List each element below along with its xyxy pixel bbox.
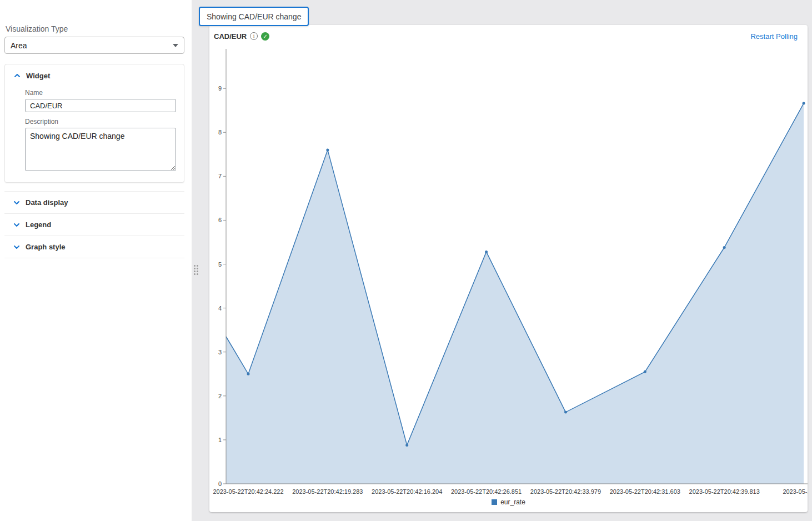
- svg-text:8: 8: [218, 129, 222, 136]
- panel-resize-handle[interactable]: [194, 265, 198, 275]
- svg-text:5: 5: [218, 261, 222, 268]
- svg-text:4: 4: [218, 305, 222, 312]
- section-label: Graph style: [26, 243, 66, 251]
- widget-description-textarea[interactable]: Showing CAD/EUR change: [25, 128, 176, 171]
- svg-text:2023-05-22T20:42:26.851: 2023-05-22T20:42:26.851: [451, 488, 522, 495]
- svg-text:7: 7: [218, 173, 222, 179]
- widget-name-input[interactable]: [25, 99, 176, 112]
- widget-title: CAD/EUR: [214, 32, 247, 41]
- svg-text:6: 6: [218, 217, 222, 223]
- description-field-label: Description: [25, 118, 184, 126]
- settings-sections: Data display Legend Graph style: [4, 191, 184, 258]
- section-label: Legend: [26, 221, 51, 229]
- svg-text:3: 3: [218, 349, 222, 355]
- section-graph-style[interactable]: Graph style: [4, 236, 184, 258]
- legend-swatch: [492, 499, 497, 505]
- area-chart: 01234567892023-05-22T20:42:24.2222023-05…: [209, 42, 808, 497]
- status-check-icon: ✓: [261, 32, 269, 41]
- chart-legend: eur_rate: [209, 498, 808, 506]
- description-tooltip: Showing CAD/EUR change: [199, 7, 309, 26]
- chart-widget-card: CAD/EUR i ✓ Restart Polling 012345678920…: [209, 25, 808, 512]
- section-label: Data display: [26, 198, 68, 207]
- chevron-down-icon: [12, 221, 21, 229]
- chevron-down-icon: [12, 243, 21, 252]
- svg-text:2023-05-22T20:42:24.222: 2023-05-22T20:42:24.222: [213, 488, 283, 495]
- widget-panel-title: Widget: [26, 72, 50, 80]
- visualization-type-value: Area: [11, 41, 27, 50]
- svg-text:2023-05-22T20:42:31.603: 2023-05-22T20:42:31.603: [610, 488, 680, 495]
- svg-text:2023-05-22T20:42:39.813: 2023-05-22T20:42:39.813: [689, 488, 760, 495]
- description-tooltip-text: Showing CAD/EUR change: [207, 12, 301, 21]
- visualization-type-select[interactable]: Area: [4, 37, 184, 54]
- panel-divider: [192, 0, 200, 521]
- section-data-display[interactable]: Data display: [4, 192, 184, 214]
- chevron-down-icon: [12, 198, 21, 207]
- svg-text:2023-05-22T20:42:16.204: 2023-05-22T20:42:16.204: [372, 488, 442, 495]
- widget-panel: Widget Name Description Showing CAD/EUR …: [4, 64, 184, 183]
- chart-card-header: CAD/EUR i ✓ Restart Polling: [209, 25, 808, 42]
- widget-panel-header[interactable]: Widget: [5, 64, 184, 83]
- settings-sidebar: Visualization Type Area Widget Name Desc…: [0, 0, 192, 521]
- svg-text:2023-05-22T20: 2023-05-22T20: [783, 488, 808, 495]
- chevron-up-icon: [13, 71, 22, 80]
- visualization-type-label: Visualization Type: [6, 24, 68, 33]
- restart-polling-link[interactable]: Restart Polling: [750, 32, 802, 41]
- legend-label: eur_rate: [500, 498, 525, 506]
- svg-text:2023-05-22T20:42:19.283: 2023-05-22T20:42:19.283: [292, 488, 363, 495]
- name-field-label: Name: [25, 89, 184, 97]
- svg-text:2023-05-22T20:42:33.979: 2023-05-22T20:42:33.979: [530, 488, 601, 495]
- info-icon[interactable]: i: [250, 32, 258, 40]
- svg-text:1: 1: [218, 437, 222, 443]
- section-legend[interactable]: Legend: [4, 214, 184, 236]
- svg-text:0: 0: [218, 480, 222, 487]
- dropdown-caret-icon: [173, 44, 178, 47]
- svg-text:9: 9: [218, 85, 222, 92]
- svg-text:2: 2: [218, 393, 222, 399]
